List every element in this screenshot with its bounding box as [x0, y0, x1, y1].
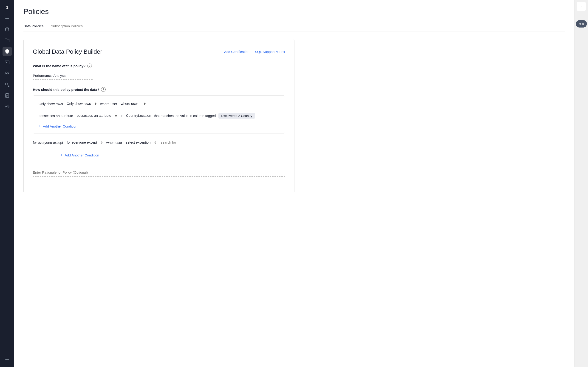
sidebar-item-settings[interactable]: [2, 102, 12, 111]
policy-name-help-icon[interactable]: ?: [87, 64, 92, 68]
policy-name-input[interactable]: [33, 72, 93, 80]
svg-point-6: [8, 72, 9, 73]
attr-value-text: CountryLocation: [126, 114, 151, 118]
where-user-select-wrapper: where user where group: [120, 100, 147, 107]
policy-builder-title: Global Data Policy Builder: [33, 48, 102, 55]
tabs-container: Data Policies Subscription Policies: [23, 21, 565, 31]
sidebar-item-add[interactable]: [2, 14, 12, 23]
exception-section: for everyone except for everyone except …: [33, 139, 285, 158]
when-user-text: when user: [106, 141, 122, 144]
tag-badge: Discovered > Country: [218, 113, 255, 119]
svg-rect-3: [5, 61, 9, 64]
only-show-rows-select-wrapper: Only show rows Hide rows: [66, 100, 97, 107]
policy-name-section: What is the name of this policy? ?: [33, 64, 285, 80]
svg-point-2: [6, 28, 9, 29]
right-panel: ‹ ⛨ 0: [574, 0, 588, 367]
rationale-input[interactable]: [33, 169, 285, 177]
add-condition-1-label: Add Another Condition: [43, 124, 78, 128]
add-condition-1-button[interactable]: + Add Another Condition: [39, 124, 279, 129]
page-title: Policies: [23, 7, 565, 16]
for-everyone-except-select[interactable]: for everyone except for everyone: [66, 139, 104, 146]
sidebar-item-shield[interactable]: [2, 47, 12, 56]
only-show-rows-text: Only show rows: [39, 102, 63, 106]
sql-support-link[interactable]: SQL Support Matrix: [255, 50, 285, 54]
collapse-button[interactable]: ‹: [577, 2, 586, 11]
add-condition-2-label: Add Another Condition: [65, 153, 99, 157]
sidebar-item-users[interactable]: [2, 69, 12, 78]
sidebar: 1: [0, 0, 14, 367]
search-for-input[interactable]: [160, 139, 205, 146]
sidebar-item-clipboard[interactable]: [2, 91, 12, 100]
conditions-block: Only show rows Only show rows Hide rows: [33, 95, 285, 133]
add-icon-1: +: [39, 124, 41, 129]
card-actions: Add Certification SQL Support Matrix: [224, 50, 285, 54]
policy-card: Global Data Policy Builder Add Certifica…: [23, 39, 294, 193]
possesses-attr-select[interactable]: possesses an attribute: [76, 112, 118, 119]
where-user-select[interactable]: where user where group: [120, 100, 147, 107]
protect-data-help-icon[interactable]: ?: [101, 87, 106, 92]
rationale-section: [33, 165, 285, 177]
add-certification-link[interactable]: Add Certification: [224, 50, 250, 54]
card-header: Global Data Policy Builder Add Certifica…: [33, 48, 285, 55]
add-condition-2-button[interactable]: + Add Another Condition: [61, 153, 285, 158]
badge-count: 0: [582, 22, 584, 26]
condition-divider-1: [39, 110, 279, 110]
select-exception-wrapper: select exception: [125, 139, 157, 146]
for-everyone-except-select-wrapper: for everyone except for everyone: [66, 139, 104, 146]
add-icon-2: +: [61, 153, 63, 158]
in-label-text: in: [121, 114, 123, 118]
for-everyone-except-text: for everyone except: [33, 141, 63, 144]
tab-data-policies[interactable]: Data Policies: [23, 21, 44, 31]
where-user-text: where user: [100, 102, 117, 106]
only-show-rows-select[interactable]: Only show rows Hide rows: [66, 100, 97, 107]
badge-shield-icon: ⛨: [579, 22, 581, 25]
policy-name-label: What is the name of this policy? ?: [33, 64, 285, 68]
tab-subscription-policies[interactable]: Subscription Policies: [51, 21, 83, 31]
sidebar-item-plus-bottom[interactable]: [2, 355, 12, 364]
protect-data-section: How should this policy protect the data?…: [33, 87, 285, 177]
select-exception-select[interactable]: select exception: [125, 139, 157, 146]
condition-row-1: Only show rows Only show rows Hide rows: [39, 100, 279, 107]
badge-button[interactable]: ⛨ 0: [576, 20, 587, 27]
sidebar-item-terminal[interactable]: [2, 58, 12, 67]
main-content: Policies Data Policies Subscription Poli…: [14, 0, 574, 367]
sidebar-item-key[interactable]: [2, 80, 12, 89]
protect-data-label: How should this policy protect the data?…: [33, 87, 285, 92]
exception-row: for everyone except for everyone except …: [33, 139, 285, 146]
page-header: Policies Data Policies Subscription Poli…: [14, 0, 574, 31]
content-area: Global Data Policy Builder Add Certifica…: [14, 31, 574, 367]
matches-label-text: that matches the value in column tagged: [154, 114, 216, 118]
possesses-attr-select-wrapper: possesses an attribute: [76, 112, 118, 119]
sidebar-item-folder[interactable]: [2, 36, 12, 45]
possesses-attr-text: possesses an attribute: [39, 114, 73, 118]
logo-icon[interactable]: 1: [2, 3, 12, 12]
sidebar-item-database[interactable]: [2, 25, 12, 34]
condition-row-2: possesses an attribute possesses an attr…: [39, 112, 279, 119]
svg-point-15: [6, 106, 8, 107]
collapse-icon: ‹: [581, 5, 582, 8]
